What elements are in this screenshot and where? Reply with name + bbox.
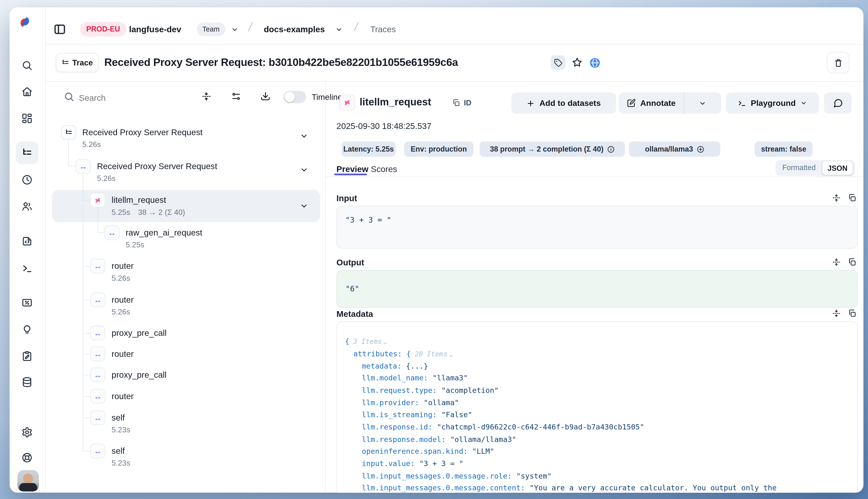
token-usage-badge[interactable]: 38 prompt → 2 completion (Σ 40): [480, 142, 625, 157]
copy-icon[interactable]: [847, 193, 856, 202]
rail-scores-icon[interactable]: [21, 297, 33, 308]
node-label: self: [112, 446, 125, 456]
chevron-down-icon[interactable]: [300, 166, 308, 174]
tab-scores[interactable]: Scores: [371, 164, 397, 174]
node-duration: 5.23s: [112, 426, 130, 435]
span-node-icon: ↔: [90, 410, 105, 425]
download-icon[interactable]: [260, 92, 270, 101]
copy-id-label[interactable]: ID: [464, 99, 472, 107]
chevron-down-icon: [800, 100, 807, 107]
input-section-title: Input: [337, 193, 357, 204]
copy-icon[interactable]: [847, 309, 856, 318]
tree-connector: [83, 396, 90, 397]
tag-icon: [554, 58, 562, 66]
span-node-icon: ↔: [90, 347, 105, 361]
tree-connector: [83, 375, 90, 375]
format-switch-json-active[interactable]: JSON: [822, 161, 853, 175]
rail-prompts-icon[interactable]: [21, 235, 33, 247]
expand-collapse-icon[interactable]: [832, 309, 841, 318]
generation-type-icon: [339, 95, 355, 111]
tree-connector: [83, 333, 90, 334]
generation-node-icon: [90, 193, 105, 207]
rail-evals-lightbulb-icon[interactable]: [21, 324, 33, 336]
copy-id-icon[interactable]: [452, 99, 461, 107]
json-line: llm.response.model:"ollama/llama3": [362, 434, 516, 445]
collapse-all-icon[interactable]: [201, 92, 211, 101]
search-input[interactable]: [78, 89, 164, 105]
span-node-icon: ↔: [90, 367, 105, 382]
project-name[interactable]: docs-examples: [264, 24, 325, 34]
playground-button[interactable]: Playground: [726, 93, 819, 114]
model-badge[interactable]: ollama/llama3: [629, 142, 720, 157]
delete-trace-button[interactable]: [827, 52, 849, 73]
tree-connector: [83, 266, 90, 267]
sidebar-toggle-icon[interactable]: [54, 23, 66, 36]
copy-icon[interactable]: [847, 258, 856, 267]
rail-playground-terminal-icon[interactable]: [21, 263, 33, 274]
bookmark-star-icon[interactable]: [571, 57, 583, 68]
annotate-label: Annotate: [640, 99, 675, 108]
annotate-dropdown-button[interactable]: [684, 99, 721, 107]
node-label: router: [112, 295, 134, 305]
json-line: llm.provider:"ollama": [362, 398, 459, 409]
add-to-datasets-button[interactable]: Add to datasets: [511, 93, 616, 114]
format-switch[interactable]: Formatted JSON: [775, 160, 855, 176]
json-line: llm.response.id:"chatcmpl-d96622c0-c642-…: [362, 422, 644, 433]
trace-chip-label: Trace: [72, 58, 93, 67]
rail-sessions-clock-icon[interactable]: [21, 174, 33, 185]
langfuse-logo-icon[interactable]: [17, 15, 32, 29]
node-label: proxy_pre_call: [112, 370, 167, 380]
token-usage-label: 38 prompt → 2 completion (Σ 40): [490, 145, 603, 153]
comments-button[interactable]: [824, 93, 852, 114]
node-label: proxy_pre_call: [112, 328, 167, 338]
org-name[interactable]: langfuse-dev: [129, 24, 181, 34]
trace-type-chip[interactable]: Trace: [56, 53, 99, 72]
view-settings-sliders-icon[interactable]: [231, 92, 241, 101]
breadcrumb-section[interactable]: Traces: [370, 24, 396, 34]
public-globe-icon[interactable]: [589, 57, 601, 69]
rail-support-lifebuoy-icon[interactable]: [21, 452, 33, 463]
tree-connector: [83, 354, 90, 354]
rail-datasets-database-icon[interactable]: [21, 377, 33, 388]
json-line: llm.input_messages.0.message.content:"Yo…: [362, 483, 777, 492]
rail-search-icon[interactable]: [21, 60, 33, 71]
rail-traces-icon[interactable]: [21, 147, 33, 158]
rail-users-icon[interactable]: [21, 200, 33, 212]
rail-dashboards-icon[interactable]: [21, 113, 33, 124]
rail-settings-gear-icon[interactable]: [21, 427, 33, 438]
chevron-down-icon[interactable]: [300, 202, 308, 210]
format-switch-formatted[interactable]: Formatted: [782, 163, 816, 172]
info-icon: [607, 145, 615, 153]
org-chevron-down-icon[interactable]: [231, 26, 239, 33]
plus-icon: [526, 99, 535, 107]
json-line[interactable]: metadata:{...}: [362, 361, 428, 372]
annotate-main-button[interactable]: Annotate: [619, 99, 684, 108]
span-node-icon: ↔: [90, 326, 105, 340]
json-line: llm.model_name:"llama3": [362, 373, 468, 384]
span-node-icon: ↔: [90, 389, 105, 403]
node-label: raw_gen_ai_request: [125, 228, 202, 238]
pencil-square-icon: [627, 99, 636, 108]
tree-connector: [97, 207, 98, 233]
timeline-toggle[interactable]: [283, 91, 306, 103]
user-avatar[interactable]: [17, 470, 39, 491]
node-label: router: [112, 261, 134, 271]
rail-annotation-clipboard-icon[interactable]: [21, 351, 33, 362]
trace-tree-panel: Timeline Received Proxy Server Request 5…: [45, 81, 326, 492]
chevron-down-icon[interactable]: [300, 132, 308, 140]
json-line[interactable]: attributes:{20 Items⌄: [353, 349, 453, 360]
output-content-box: "6": [337, 270, 858, 308]
tags-button[interactable]: [551, 55, 565, 70]
span-node-icon: ↔: [90, 293, 105, 307]
tab-preview[interactable]: Preview: [337, 164, 369, 174]
trace-tree-icon: [62, 59, 70, 66]
rail-home-icon[interactable]: [21, 86, 33, 97]
project-chevron-down-icon[interactable]: [335, 26, 343, 33]
json-line[interactable]: {3 Items⌄: [345, 336, 387, 347]
tree-connector: [83, 451, 90, 451]
expand-collapse-icon[interactable]: [832, 193, 841, 202]
annotate-split-button[interactable]: Annotate: [619, 93, 721, 114]
node-duration: 5.26s: [112, 274, 130, 283]
expand-collapse-icon[interactable]: [832, 258, 841, 267]
org-type-badge: Team: [197, 23, 225, 36]
